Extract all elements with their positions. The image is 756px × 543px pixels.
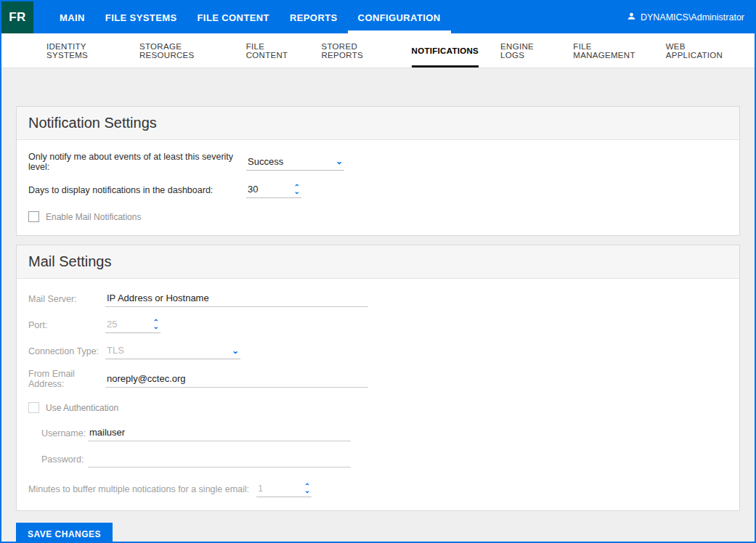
connection-type-select[interactable]: TLS ⌄ [105, 343, 240, 359]
spinner-down-icon[interactable]: ⌄ [294, 189, 300, 194]
nav-file-content[interactable]: FILE CONTENT [187, 1, 280, 33]
save-changes-button[interactable]: SAVE CHANGES [16, 523, 113, 543]
use-authentication-checkbox[interactable] [28, 402, 39, 413]
tab-notifications[interactable]: NOTIFICATIONS [412, 33, 479, 68]
connection-type-label: Connection Type: [28, 346, 105, 356]
tab-identity-systems[interactable]: IDENTITY SYSTEMS [46, 33, 118, 68]
buffer-spinner[interactable]: ⌃ ⌄ [304, 484, 310, 493]
port-input-box: ⌃ ⌄ [105, 317, 160, 333]
spinner-down-icon[interactable]: ⌄ [153, 324, 159, 329]
enable-mail-checkbox[interactable] [28, 211, 39, 222]
tab-storage-resources[interactable]: STORAGE RESOURCES [139, 33, 224, 68]
from-email-label: From Email Address: [28, 369, 105, 389]
mail-settings-title: Mail Settings [17, 245, 739, 279]
top-bar: FR MAIN FILE SYSTEMS FILE CONTENT REPORT… [1, 1, 755, 33]
user-menu[interactable]: DYNAMICS\Administrator [627, 1, 755, 33]
tab-engine-logs[interactable]: ENGINE LOGS [500, 33, 551, 68]
spinner-down-icon[interactable]: ⌄ [304, 489, 310, 493]
port-input[interactable] [107, 317, 153, 332]
days-input[interactable] [248, 181, 294, 197]
port-label: Port: [28, 320, 105, 330]
config-subnav: IDENTITY SYSTEMS STORAGE RESOURCES FILE … [1, 33, 755, 68]
main-nav: MAIN FILE SYSTEMS FILE CONTENT REPORTS C… [49, 1, 451, 33]
notification-settings-panel: Notification Settings Only notify me abo… [16, 106, 740, 236]
tab-stored-reports[interactable]: STORED REPORTS [322, 33, 390, 68]
severity-value: Success [248, 156, 283, 167]
tab-file-management[interactable]: FILE MANAGEMENT [573, 33, 643, 68]
nav-configuration[interactable]: CONFIGURATION [348, 1, 451, 33]
use-authentication-label: Use Authentication [46, 403, 118, 413]
tab-file-content[interactable]: FILE CONTENT [246, 33, 300, 68]
username-input[interactable] [88, 425, 351, 441]
nav-reports[interactable]: REPORTS [280, 1, 348, 33]
tab-web-application[interactable]: WEB APPLICATION [666, 33, 733, 68]
mail-server-label: Mail Server: [28, 294, 105, 304]
days-input-box: ⌃ ⌄ [246, 181, 301, 198]
user-name: DYNAMICS\Administrator [641, 12, 744, 23]
days-spinner[interactable]: ⌃ ⌄ [294, 185, 300, 194]
buffer-minutes-input[interactable] [258, 481, 304, 497]
mail-server-input[interactable] [105, 290, 368, 307]
user-icon [627, 12, 636, 23]
password-label: Password: [41, 454, 88, 465]
nav-file-systems[interactable]: FILE SYSTEMS [95, 1, 187, 33]
enable-mail-label: Enable Mail Notifications [46, 212, 141, 222]
page: FR MAIN FILE SYSTEMS FILE CONTENT REPORT… [0, 0, 756, 543]
connection-type-value: TLS [107, 345, 124, 356]
password-input[interactable] [88, 451, 351, 468]
port-spinner[interactable]: ⌃ ⌄ [153, 320, 159, 329]
severity-select[interactable]: Success ⌄ [246, 154, 344, 171]
days-label: Days to display notifications in the das… [28, 185, 246, 195]
app-logo: FR [1, 1, 33, 33]
main-content: Notification Settings Only notify me abo… [1, 68, 755, 543]
buffer-minutes-label: Minutes to buffer multiple notications f… [28, 484, 249, 494]
chevron-down-icon: ⌄ [336, 158, 343, 165]
buffer-minutes-input-box: ⌃ ⌄ [256, 481, 312, 497]
mail-settings-panel: Mail Settings Mail Server: Port: ⌃ ⌄ [16, 245, 740, 511]
chevron-down-icon: ⌄ [232, 347, 239, 354]
from-email-input[interactable] [105, 371, 368, 388]
username-label: Username: [41, 428, 88, 438]
severity-label: Only notify me about events of at least … [28, 152, 246, 172]
nav-main[interactable]: MAIN [49, 1, 95, 33]
notification-settings-title: Notification Settings [17, 107, 739, 140]
